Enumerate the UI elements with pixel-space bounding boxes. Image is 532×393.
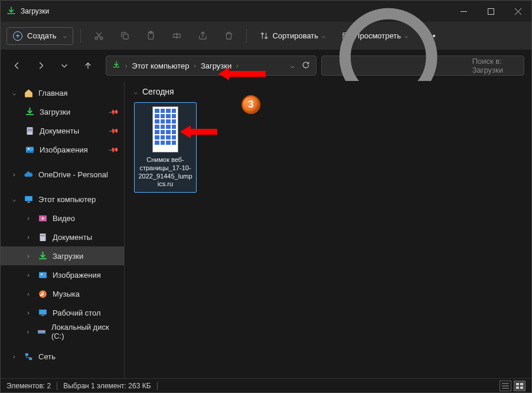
new-button[interactable]: + Создать ⌵ <box>6 27 73 45</box>
separator <box>157 382 158 390</box>
sidebar-item-pictures2[interactable]: › Изображения <box>1 265 124 284</box>
paste-icon[interactable] <box>140 27 161 46</box>
sidebar-item-label: Главная <box>38 89 67 98</box>
status-selection: Выбран 1 элемент: 263 КБ <box>63 382 151 390</box>
status-bar: Элементов: 2 Выбран 1 элемент: 263 КБ <box>1 378 531 392</box>
annotation-badge-3: 3 <box>241 95 260 114</box>
annotation-arrow <box>180 125 217 138</box>
content-pane[interactable]: ⌵ Сегодня Снимок веб-страницы_17-10-2022… <box>125 81 531 378</box>
chevron-right-icon: › <box>24 329 32 335</box>
refresh-button[interactable] <box>302 61 310 71</box>
view-icons-button[interactable] <box>514 381 526 391</box>
sidebar-item-label: Видео <box>53 214 75 223</box>
cut-icon[interactable] <box>88 27 109 46</box>
chevron-right-icon: › <box>24 215 32 222</box>
sidebar-item-label: Изображения <box>53 271 101 280</box>
sidebar-item-label: Локальный диск (C:) <box>51 323 118 340</box>
delete-icon[interactable] <box>218 27 239 46</box>
file-item-selected[interactable]: Снимок веб-страницы_17-10-2022_91445_lum… <box>134 102 197 193</box>
sidebar-item-thispc[interactable]: ⌵ Этот компьютер <box>1 190 124 209</box>
sidebar-item-pictures[interactable]: Изображения 📌 <box>1 140 124 159</box>
sidebar-item-label: Документы <box>40 126 79 135</box>
pin-icon: 📌 <box>108 144 119 155</box>
sort-label: Сортировать <box>272 31 318 40</box>
status-item-count: Элементов: 2 <box>6 382 51 390</box>
sidebar-item-documents[interactable]: Документы 📌 <box>1 121 124 140</box>
sidebar-item-network[interactable]: › Сеть <box>1 347 124 366</box>
share-icon[interactable] <box>192 27 213 46</box>
sidebar-item-videos[interactable]: › Видео <box>1 209 124 228</box>
plus-icon: + <box>13 31 22 41</box>
sort-button[interactable]: Сортировать ⌵ <box>254 28 331 44</box>
chevron-right-icon: › <box>10 171 18 178</box>
sidebar-item-localdisk[interactable]: › Локальный диск (C:) <box>1 322 124 341</box>
music-icon <box>37 288 48 299</box>
svg-rect-3 <box>123 34 129 39</box>
pin-icon: 📌 <box>108 106 119 118</box>
group-label: Сегодня <box>142 87 174 96</box>
new-button-label: Создать <box>27 31 56 40</box>
up-button[interactable] <box>79 56 97 75</box>
chevron-down-icon[interactable]: ⌵ <box>291 62 295 70</box>
sidebar-item-onedrive[interactable]: › OneDrive - Personal <box>1 165 124 184</box>
search-input[interactable]: Поиск в: Загрузки <box>321 56 524 76</box>
breadcrumb-segment[interactable]: Этот компьютер <box>132 61 189 70</box>
chevron-down-icon: ⌵ <box>322 33 325 39</box>
chevron-right-icon: › <box>24 234 32 241</box>
view-details-button[interactable] <box>500 381 511 391</box>
forward-button[interactable] <box>31 56 50 75</box>
svg-rect-29 <box>520 383 523 385</box>
chevron-right-icon: › <box>24 253 32 259</box>
svg-rect-27 <box>29 357 32 359</box>
sidebar-item-label: Сеть <box>38 352 56 361</box>
copy-icon[interactable] <box>114 27 135 46</box>
svg-rect-17 <box>40 233 45 241</box>
chevron-down-icon: ⌵ <box>10 90 18 96</box>
sidebar-item-label: OneDrive - Personal <box>38 170 108 179</box>
sidebar-item-label: Изображения <box>40 145 88 154</box>
group-header[interactable]: ⌵ Сегодня <box>134 87 522 96</box>
recent-button[interactable] <box>55 56 74 75</box>
chevron-right-icon: › <box>24 310 32 316</box>
sidebar-item-label: Загрузки <box>53 252 83 261</box>
svg-rect-15 <box>27 202 30 203</box>
chevron-down-icon: ⌵ <box>10 196 18 203</box>
videos-icon <box>37 213 48 223</box>
sidebar-item-desktop[interactable]: › Рабочий стол <box>1 303 124 322</box>
downloads-icon <box>37 251 48 261</box>
close-button[interactable] <box>504 1 531 22</box>
downloads-icon <box>24 106 35 117</box>
downloads-icon <box>6 7 16 16</box>
sidebar-item-documents2[interactable]: › Документы <box>1 228 124 246</box>
sidebar-item-music[interactable]: › Музыка <box>1 284 124 303</box>
network-icon <box>23 351 34 362</box>
chevron-right-icon: › <box>24 272 32 278</box>
pictures-icon <box>24 144 35 155</box>
address-row: › Этот компьютер › Загрузки › ⌵ Поиск в:… <box>1 50 531 81</box>
chevron-right-icon: › <box>24 291 32 297</box>
sidebar-item-downloads2[interactable]: › Загрузки <box>1 246 124 265</box>
svg-rect-18 <box>40 235 44 235</box>
sidebar-item-label: Загрузки <box>40 108 70 116</box>
sidebar-item-label: Рабочий стол <box>53 308 101 317</box>
address-bar[interactable]: › Этот компьютер › Загрузки › ⌵ <box>106 56 316 76</box>
separator <box>246 29 247 43</box>
chevron-down-icon: ⌵ <box>134 89 138 95</box>
svg-rect-28 <box>516 383 519 385</box>
annotation-arrow <box>218 67 266 80</box>
documents-icon <box>37 232 48 242</box>
sidebar-item-home[interactable]: ⌵ Главная <box>1 83 124 102</box>
rename-icon[interactable] <box>166 27 187 46</box>
home-icon <box>23 87 34 98</box>
search-placeholder: Поиск в: Загрузки <box>472 57 518 74</box>
chevron-right-icon: › <box>10 353 18 360</box>
sidebar-item-downloads[interactable]: Загрузки 📌 <box>1 102 124 121</box>
svg-point-13 <box>27 148 29 150</box>
svg-rect-31 <box>520 386 523 389</box>
pictures-icon <box>37 269 48 280</box>
back-button[interactable] <box>8 56 27 75</box>
svg-rect-30 <box>516 386 519 389</box>
chevron-right-icon: › <box>125 63 127 69</box>
svg-point-20 <box>40 273 42 275</box>
maximize-button[interactable] <box>477 1 504 22</box>
